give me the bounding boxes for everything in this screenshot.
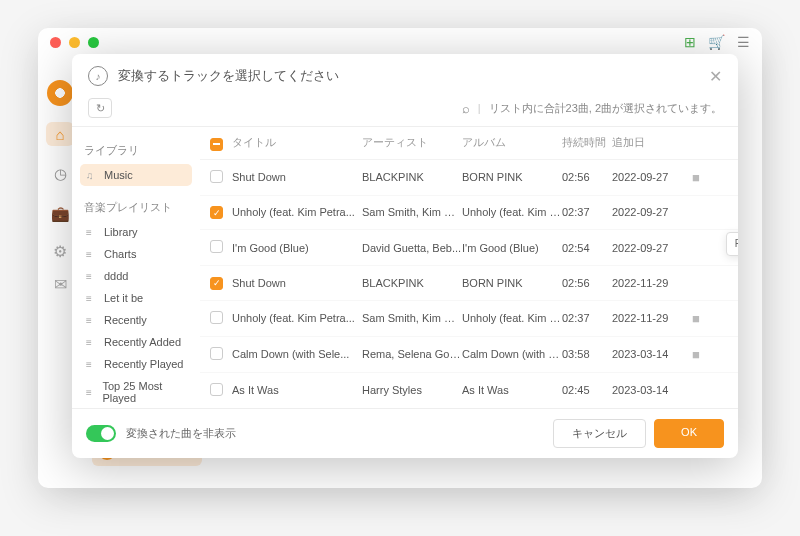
table-row[interactable]: ✓Shut DownBLACKPINKBORN PINK02:562022-11…	[200, 266, 738, 301]
nav-history[interactable]: ◷	[46, 162, 74, 186]
sidebar-item-playlist[interactable]: ≡Top 25 Most Played	[80, 375, 192, 408]
sidebar-item-playlist[interactable]: ≡Recently	[80, 309, 192, 331]
show-in-finder-icon[interactable]: ■	[692, 311, 716, 326]
col-title[interactable]: タイトル	[232, 135, 362, 151]
sidebar-item-library[interactable]: ♫Music	[80, 164, 192, 186]
sidebar-item-playlist[interactable]: ≡Library	[80, 221, 192, 243]
cell-title: Shut Down	[232, 277, 362, 289]
cell-album: I'm Good (Blue)	[462, 242, 562, 254]
row-checkbox[interactable]	[210, 311, 223, 324]
table-row[interactable]: Unholy (feat. Kim Petra...Sam Smith, Kim…	[200, 301, 738, 337]
refresh-button[interactable]: ↻	[88, 98, 112, 118]
row-checkbox[interactable]	[210, 240, 223, 253]
cell-title: I'm Good (Blue)	[232, 242, 362, 254]
table-row[interactable]: As It WasHarry StylesAs It Was02:452023-…	[200, 373, 738, 409]
cell-artist: BLACKPINK	[362, 277, 462, 289]
playlist-icon: ≡	[86, 249, 98, 260]
search-icon[interactable]: ⌕	[462, 101, 470, 116]
col-album[interactable]: アルバム	[462, 135, 562, 151]
playlist-icon: ≡	[86, 271, 98, 282]
zoom-window-button[interactable]	[88, 37, 99, 48]
close-icon[interactable]: ✕	[709, 67, 722, 86]
library-heading: ライブラリ	[84, 143, 188, 158]
cell-title: Unholy (feat. Kim Petra...	[232, 206, 362, 218]
cell-added: 2023-03-14	[612, 384, 692, 396]
table-header: タイトル アーティスト アルバム 持続時間 追加日	[200, 127, 738, 160]
grid-icon[interactable]: ⊞	[684, 34, 696, 50]
settings-icon[interactable]: ⚙	[53, 242, 67, 261]
tracks-panel: タイトル アーティスト アルバム 持続時間 追加日 Shut DownBLACK…	[200, 127, 738, 408]
cell-added: 2022-11-29	[612, 312, 692, 324]
col-added[interactable]: 追加日	[612, 135, 692, 151]
playlist-icon: ≡	[86, 337, 98, 348]
cell-album: Calm Down (with S...	[462, 348, 562, 360]
cell-album: BORN PINK	[462, 277, 562, 289]
sidebar-item-playlist[interactable]: ≡Let it be	[80, 287, 192, 309]
cell-added: 2022-09-27	[612, 171, 692, 183]
status-text: リスト内に合計23曲, 2曲が選択されています。	[489, 101, 722, 116]
modal-footer: 変換された曲を非表示 キャンセル OK	[72, 408, 738, 458]
row-checkbox[interactable]	[210, 383, 223, 396]
row-checkbox[interactable]	[210, 170, 223, 183]
cell-artist: Sam Smith, Kim Pe...	[362, 312, 462, 324]
table-row[interactable]: Shut DownBLACKPINKBORN PINK02:562022-09-…	[200, 160, 738, 196]
table-row[interactable]: ✓Unholy (feat. Kim Petra...Sam Smith, Ki…	[200, 196, 738, 231]
modal-header: ♪ 変換するトラックを選択してください ✕	[72, 54, 738, 94]
sidebar-item-playlist[interactable]: ≡Recently Played	[80, 353, 192, 375]
cell-duration: 02:56	[562, 277, 612, 289]
col-duration[interactable]: 持続時間	[562, 135, 612, 151]
modal-title: 変換するトラックを選択してください	[118, 67, 339, 85]
select-all-checkbox[interactable]	[210, 138, 223, 151]
row-checkbox[interactable]: ✓	[210, 206, 223, 219]
nav-home[interactable]: ⌂	[46, 122, 74, 146]
mail-icon[interactable]: ✉	[54, 275, 67, 294]
modal-toolbar: ↻ ⌕ | リスト内に合計23曲, 2曲が選択されています。	[72, 94, 738, 126]
table-row[interactable]: Calm Down (with Sele...Rema, Selena Gom.…	[200, 337, 738, 373]
cell-title: Unholy (feat. Kim Petra...	[232, 312, 362, 324]
sidebar-item-playlist[interactable]: ≡Recently Added	[80, 331, 192, 353]
cell-added: 2023-03-14	[612, 348, 692, 360]
playlist-icon: ≡	[86, 315, 98, 326]
row-checkbox[interactable]: ✓	[210, 277, 223, 290]
playlist-icon: ≡	[86, 387, 96, 398]
cart-icon[interactable]: 🛒	[708, 34, 725, 50]
cell-album: As It Was	[462, 384, 562, 396]
playlist-icon: ≡	[86, 293, 98, 304]
cell-album: Unholy (feat. Kim P...	[462, 312, 562, 324]
source-sidebar: ライブラリ ♫Music 音楽プレイリスト ≡Library≡Charts≡dd…	[72, 127, 200, 408]
cell-album: Unholy (feat. Kim P...	[462, 206, 562, 218]
cell-duration: 02:56	[562, 171, 612, 183]
cancel-button[interactable]: キャンセル	[553, 419, 646, 448]
cell-duration: 02:45	[562, 384, 612, 396]
titlebar: ⊞ 🛒 ☰	[38, 28, 762, 56]
cell-artist: Harry Styles	[362, 384, 462, 396]
cell-duration: 02:37	[562, 312, 612, 324]
cell-artist: BLACKPINK	[362, 171, 462, 183]
show-in-finder-icon[interactable]: ■	[692, 170, 716, 185]
cell-added: 2022-09-27	[612, 242, 692, 254]
sidebar-item-playlist[interactable]: ≡dddd	[80, 265, 192, 287]
show-in-finder-icon[interactable]: ■	[692, 347, 716, 362]
music-note-icon: ♪	[88, 66, 108, 86]
row-checkbox[interactable]	[210, 347, 223, 360]
table-body: Shut DownBLACKPINKBORN PINK02:562022-09-…	[200, 160, 738, 409]
ok-button[interactable]: OK	[654, 419, 724, 448]
music-icon: ♫	[86, 170, 98, 181]
cell-duration: 02:54	[562, 242, 612, 254]
cell-title: Shut Down	[232, 171, 362, 183]
menu-icon[interactable]: ☰	[737, 34, 750, 50]
finder-tooltip: Finderに表示	[726, 232, 738, 256]
cell-added: 2022-11-29	[612, 277, 692, 289]
cell-album: BORN PINK	[462, 171, 562, 183]
sidebar-item-playlist[interactable]: ≡Charts	[80, 243, 192, 265]
playlist-icon: ≡	[86, 359, 98, 370]
app-logo	[47, 80, 73, 106]
hide-converted-toggle[interactable]	[86, 425, 116, 442]
table-row[interactable]: I'm Good (Blue)David Guetta, Beb...I'm G…	[200, 230, 738, 266]
nav-toolbox[interactable]: 💼	[46, 202, 74, 226]
close-window-button[interactable]	[50, 37, 61, 48]
cell-duration: 03:58	[562, 348, 612, 360]
minimize-window-button[interactable]	[69, 37, 80, 48]
cell-added: 2022-09-27	[612, 206, 692, 218]
col-artist[interactable]: アーティスト	[362, 135, 462, 151]
